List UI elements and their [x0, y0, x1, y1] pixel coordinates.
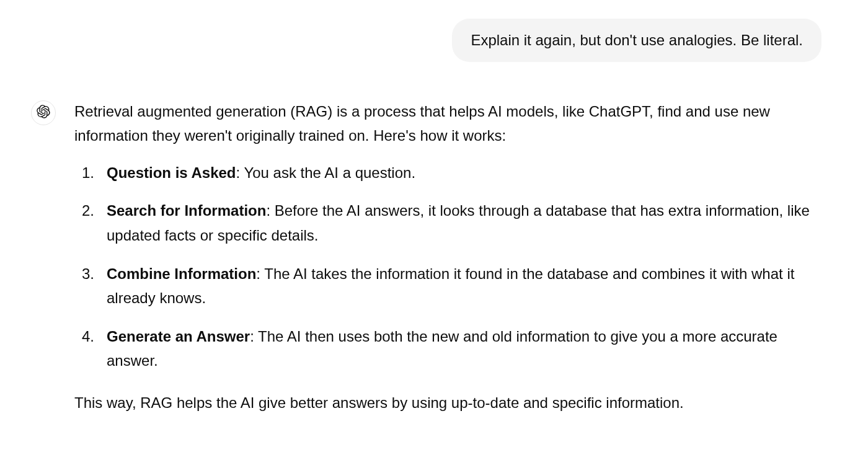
list-item: Combine Information: The AI takes the in…	[107, 262, 831, 311]
list-item: Generate an Answer: The AI then uses bot…	[107, 324, 831, 373]
openai-logo-icon	[37, 105, 50, 121]
step-title: Search for Information	[107, 202, 266, 219]
assistant-closing-text: This way, RAG helps the AI give better a…	[74, 391, 831, 415]
step-body: : You ask the AI a question.	[236, 164, 416, 181]
step-title: Combine Information	[107, 265, 256, 282]
assistant-avatar	[31, 100, 56, 125]
assistant-intro-text: Retrieval augmented generation (RAG) is …	[74, 99, 831, 148]
user-message-text: Explain it again, but don't use analogie…	[471, 32, 803, 48]
chat-container: Explain it again, but don't use analogie…	[31, 19, 831, 415]
assistant-steps-list: Question is Asked: You ask the AI a ques…	[74, 161, 831, 373]
assistant-message-content: Retrieval augmented generation (RAG) is …	[74, 99, 831, 415]
list-item: Question is Asked: You ask the AI a ques…	[107, 161, 831, 185]
user-message-row: Explain it again, but don't use analogie…	[31, 19, 831, 62]
list-item: Search for Information: Before the AI an…	[107, 198, 831, 247]
step-title: Generate an Answer	[107, 328, 250, 345]
assistant-message-row: Retrieval augmented generation (RAG) is …	[31, 99, 831, 415]
step-title: Question is Asked	[107, 164, 236, 181]
user-message-bubble[interactable]: Explain it again, but don't use analogie…	[452, 19, 822, 62]
